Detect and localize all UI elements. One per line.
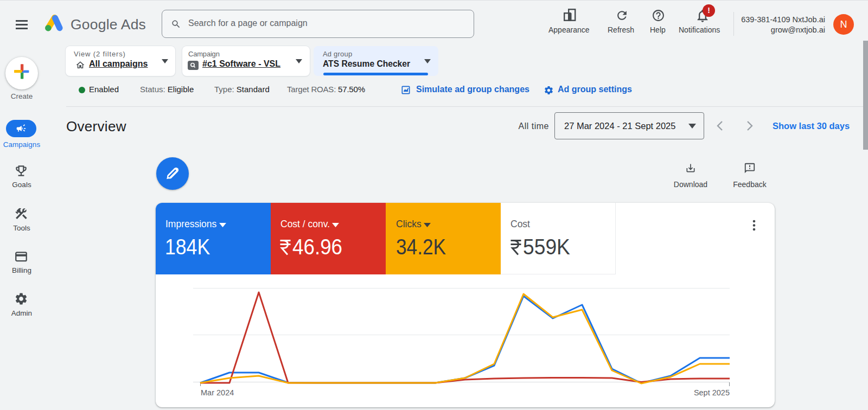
svg-text:Sept 2025: Sept 2025 xyxy=(694,388,730,397)
svg-text:Mar 2024: Mar 2024 xyxy=(201,388,234,397)
